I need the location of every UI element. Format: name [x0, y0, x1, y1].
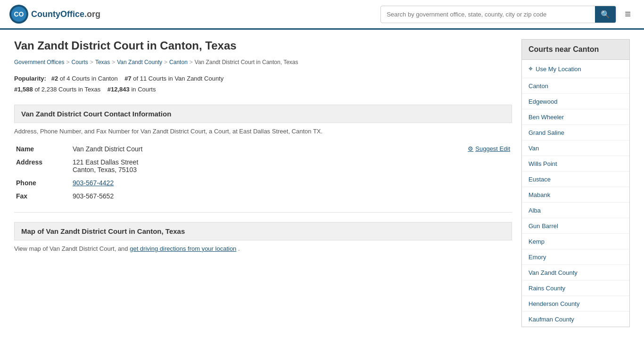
sidebar-link-henderson-county[interactable]: Henderson County	[528, 300, 579, 307]
rank1-suffix: of 4 Courts in Canton	[60, 75, 118, 82]
breadcrumb-link-2[interactable]: Texas	[95, 59, 110, 66]
header-right: 🔍 ≡	[380, 6, 635, 23]
sidebar-link-emory[interactable]: Emory	[528, 254, 546, 261]
content-area: Van Zandt District Court in Canton, Texa…	[14, 39, 512, 327]
sidebar-link-grand-saline[interactable]: Grand Saline	[528, 129, 564, 136]
rank2-suffix: of 11 Courts in Van Zandt County	[133, 75, 223, 82]
popularity-section: Popularity: #2 of 4 Courts in Canton #7 …	[14, 73, 512, 95]
sidebar-link-rains-county[interactable]: Rains County	[528, 285, 565, 292]
sidebar-item-van[interactable]: Van	[522, 140, 629, 156]
section-divider	[14, 212, 512, 213]
sidebar-item-rains-county[interactable]: Rains County	[522, 280, 629, 296]
sidebar-item-canton[interactable]: Canton	[522, 78, 629, 94]
rank2: #7	[124, 75, 131, 82]
address-line1: 121 East Dallas Street	[73, 158, 510, 166]
map-section-header: Map of Van Zandt District Court in Canto…	[14, 222, 512, 240]
main-container: Van Zandt District Court in Canton, Texa…	[0, 30, 644, 337]
sidebar-link-ben-wheeler[interactable]: Ben Wheeler	[528, 114, 564, 121]
sidebar-item-edgewood[interactable]: Edgewood	[522, 94, 629, 109]
sidebar-item-henderson-county[interactable]: Henderson County	[522, 296, 629, 312]
search-input[interactable]	[381, 7, 595, 22]
sidebar-link-wills-point[interactable]: Wills Point	[528, 160, 557, 167]
popularity-label: Popularity:	[14, 75, 46, 82]
breadcrumb-link-0[interactable]: Government Offices	[14, 59, 65, 66]
site-header: CO CountyOffice.org 🔍 ≡	[0, 0, 644, 30]
sidebar-item-alba[interactable]: Alba	[522, 203, 629, 218]
breadcrumb-sep-0: >	[66, 59, 70, 66]
map-description-end: .	[238, 245, 240, 252]
breadcrumb-link-1[interactable]: Courts	[72, 59, 88, 66]
search-button[interactable]: 🔍	[595, 6, 616, 23]
driving-directions-link[interactable]: get driving directions from your locatio…	[130, 245, 236, 252]
address-label: Address	[16, 158, 42, 166]
sidebar-link-eustace[interactable]: Eustace	[528, 176, 551, 183]
suggest-edit-button[interactable]: ⚙ Suggest Edit	[468, 145, 510, 152]
sidebar-item-eustace[interactable]: Eustace	[522, 172, 629, 187]
sidebar-link-gun-barrel[interactable]: Gun Barrel	[528, 222, 558, 230]
rank3: #1,588	[14, 86, 33, 93]
logo-icon: CO	[9, 5, 28, 24]
sidebar-link-kemp[interactable]: Kemp	[528, 238, 545, 245]
name-label: Name	[16, 145, 34, 153]
sidebar-item-ben-wheeler[interactable]: Ben Wheeler	[522, 109, 629, 125]
fax-label: Fax	[16, 192, 27, 200]
svg-text:CO: CO	[14, 10, 24, 18]
breadcrumb-current: Van Zandt District Court in Canton, Texa…	[195, 59, 298, 66]
rank4-suffix: in Courts	[131, 86, 156, 93]
page-title: Van Zandt District Court in Canton, Texa…	[14, 39, 512, 52]
map-description: View map of Van Zandt District Court, an…	[14, 245, 512, 252]
sidebar-item-wills-point[interactable]: Wills Point	[522, 156, 629, 172]
rank3-suffix: of 2,238 Courts in Texas	[34, 86, 100, 93]
logo-text: CountyOffice.org	[31, 9, 100, 19]
sidebar: Courts near Canton ⌖ Use My Location Can…	[521, 39, 630, 327]
sidebar-item-van-zandt-county[interactable]: Van Zandt County	[522, 265, 629, 280]
search-bar: 🔍	[380, 6, 616, 23]
suggest-edit-label: Suggest Edit	[475, 145, 510, 152]
breadcrumb-link-3[interactable]: Van Zandt County	[117, 59, 162, 66]
map-description-start: View map of Van Zandt District Court, an…	[14, 245, 130, 252]
table-row-fax: Fax 903-567-5652	[14, 189, 512, 203]
sidebar-item-kaufman-county[interactable]: Kaufman County	[522, 312, 629, 327]
sidebar-header: Courts near Canton	[521, 39, 630, 60]
sidebar-item-gun-barrel[interactable]: Gun Barrel	[522, 218, 629, 234]
sidebar-item-grand-saline[interactable]: Grand Saline	[522, 125, 629, 140]
sidebar-item-emory[interactable]: Emory	[522, 249, 629, 265]
breadcrumb: Government Offices > Courts > Texas > Va…	[14, 59, 512, 66]
breadcrumb-sep-3: >	[164, 59, 167, 66]
menu-icon[interactable]: ≡	[621, 6, 635, 22]
use-location-link[interactable]: Use My Location	[536, 66, 581, 73]
phone-value[interactable]: 903-567-4422	[73, 179, 114, 187]
use-location-item[interactable]: ⌖ Use My Location	[522, 60, 629, 78]
sidebar-link-van[interactable]: Van	[528, 145, 539, 152]
name-value: Van Zandt District Court	[73, 145, 142, 153]
breadcrumb-link-4[interactable]: Canton	[169, 59, 188, 66]
address-line2: Canton, Texas, 75103	[73, 166, 510, 173]
table-row-phone: Phone 903-567-4422	[14, 176, 512, 189]
contact-table: Name Van Zandt District Court ⚙ Suggest …	[14, 142, 512, 203]
sidebar-link-alba[interactable]: Alba	[528, 207, 541, 214]
sidebar-item-mabank[interactable]: Mabank	[522, 187, 629, 203]
logo[interactable]: CO CountyOffice.org	[9, 5, 100, 24]
breadcrumb-sep-2: >	[112, 59, 115, 66]
contact-description: Address, Phone Number, and Fax Number fo…	[14, 128, 512, 135]
sidebar-link-canton[interactable]: Canton	[528, 82, 548, 90]
breadcrumb-sep-1: >	[90, 59, 93, 66]
sidebar-link-mabank[interactable]: Mabank	[528, 191, 550, 198]
sidebar-item-kemp[interactable]: Kemp	[522, 234, 629, 249]
location-pin-icon: ⌖	[528, 65, 533, 73]
phone-label: Phone	[16, 179, 36, 187]
breadcrumb-sep-4: >	[190, 59, 193, 66]
contact-section-header: Van Zandt District Court Contact Informa…	[14, 105, 512, 123]
fax-value: 903-567-5652	[73, 192, 114, 200]
sidebar-list: ⌖ Use My Location Canton Edgewood Ben Wh…	[521, 60, 630, 327]
sidebar-link-kaufman-county[interactable]: Kaufman County	[528, 316, 574, 323]
rank4: #12,843	[107, 86, 130, 93]
rank1: #2	[51, 75, 58, 82]
table-row-address: Address 121 East Dallas Street Canton, T…	[14, 156, 512, 176]
sidebar-link-van-zandt-county[interactable]: Van Zandt County	[528, 269, 578, 276]
table-row-name: Name Van Zandt District Court ⚙ Suggest …	[14, 142, 512, 156]
suggest-edit-icon: ⚙	[468, 145, 473, 152]
sidebar-link-edgewood[interactable]: Edgewood	[528, 98, 557, 105]
